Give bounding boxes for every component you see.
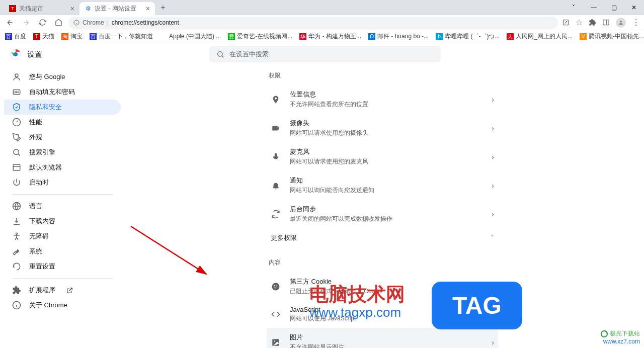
search-icon (12, 148, 21, 157)
settings-row[interactable]: 后台同步最近关闭的网站可以完成数据收发操作› (267, 200, 498, 228)
bookmark-item[interactable]: O邮件 - huang bo -... (368, 32, 429, 41)
close-button[interactable]: ✕ (624, 0, 644, 15)
sidebar-item-label: 系统 (29, 247, 42, 256)
share-icon[interactable] (562, 19, 570, 26)
sidebar-item[interactable]: 自动填充和密码 (4, 84, 121, 100)
url-field[interactable]: Chrome | chrome://settings/content (68, 17, 558, 29)
sidebar-item[interactable]: 隐私和安全 (4, 100, 121, 115)
sidebar-item[interactable]: 外观 (4, 130, 121, 145)
sidebar-item[interactable]: 启动时 (4, 175, 121, 190)
star-icon[interactable]: ☆ (576, 18, 583, 27)
chevron-right-icon: › (492, 210, 494, 218)
sidebar-item-label: 无障碍 (29, 232, 49, 241)
home-button[interactable] (52, 17, 64, 29)
close-icon[interactable]: × (146, 5, 150, 13)
search-icon (216, 50, 224, 58)
bookmark-item[interactable]: 百百度一下，你就知道 (90, 32, 153, 41)
image-icon (271, 338, 281, 347)
wrench-icon (12, 247, 21, 256)
sidebar-item[interactable]: 默认浏览器 (4, 160, 121, 175)
section-label-content: 内容 (267, 254, 498, 272)
svg-point-9 (218, 52, 222, 56)
toolbar-right: ☆ ⋮ (562, 18, 640, 28)
sidebar-item-label: 外观 (29, 133, 42, 142)
divider (12, 278, 113, 279)
bookmark-item[interactable]: T天猫 (33, 32, 54, 41)
bookmark-item[interactable]: 华华为 - 构建万物互... (299, 32, 361, 41)
sidebar-item[interactable]: 搜索引擎 (4, 145, 121, 160)
globe-icon (12, 202, 21, 211)
sidebar-item-label: 扩展程序 (29, 286, 55, 295)
menu-icon[interactable]: ⋮ (632, 18, 640, 27)
svg-point-15 (18, 92, 19, 93)
row-subtitle: 网站可以询问能否向您发送通知 (290, 186, 482, 195)
sidebar-item[interactable]: 关于 Chrome (4, 298, 121, 313)
browser-icon (12, 163, 21, 172)
tmall-icon: T (9, 5, 16, 12)
sidebar-item-label: 下载内容 (29, 217, 55, 226)
sidebar-item[interactable]: 语言 (4, 199, 121, 214)
more-permissions[interactable]: 更多权限 ˅ (267, 228, 498, 247)
sidebar-item[interactable]: 您与 Google (4, 69, 121, 84)
bookmark-item[interactable]: 淘淘宝 (61, 32, 83, 41)
download-icon (12, 217, 21, 226)
svg-point-26 (272, 283, 280, 290)
external-link-icon (66, 287, 73, 294)
settings-row[interactable]: 通知网站可以询问能否向您发送通知› (267, 171, 498, 200)
bookmark-item[interactable]: 爱爱奇艺-在线视频网... (228, 32, 292, 41)
bookmark-item[interactable]: V腾讯视频-中国领先... (580, 32, 644, 41)
chevron-down-icon[interactable]: ˅ (564, 0, 584, 15)
settings-header: 设置 在设置中搜索 (0, 43, 644, 65)
speed-icon (12, 118, 21, 127)
person-icon (12, 72, 21, 81)
row-subtitle: 网站可以请求使用您的麦克风 (290, 157, 482, 166)
brush-icon (12, 133, 21, 142)
row-title: 位置信息 (290, 90, 482, 99)
svg-line-10 (222, 56, 223, 57)
watermark-tagxp: 电脑技术网 www.tagxp.com (309, 284, 405, 319)
row-title: 摄像头 (290, 119, 482, 128)
sidepanel-icon[interactable] (602, 19, 610, 26)
maximize-button[interactable]: ▢ (604, 0, 624, 15)
bookmark-item[interactable]: 百百度 (5, 32, 26, 41)
sidebar-item[interactable]: 系统 (4, 244, 121, 259)
svg-point-6 (620, 21, 622, 23)
close-icon[interactable]: × (70, 5, 74, 13)
watermark-xz7: 极光下载站 www.xz7.com (600, 329, 640, 345)
sidebar-item[interactable]: 性能 (4, 115, 121, 130)
sidebar-item-label: 关于 Chrome (29, 301, 67, 310)
settings-row[interactable]: 麦克风网站可以请求使用您的麦克风› (267, 142, 498, 171)
svg-point-11 (15, 74, 18, 77)
accessibility-icon (12, 232, 21, 241)
svg-point-29 (274, 287, 275, 288)
profile-icon[interactable] (616, 18, 626, 28)
reload-button[interactable] (36, 17, 48, 29)
sidebar-item[interactable]: 下载内容 (4, 214, 121, 229)
settings-row[interactable]: 位置信息不允许网站查看您所在的位置› (267, 85, 498, 114)
reset-icon (12, 262, 21, 271)
settings-search[interactable]: 在设置中搜索 (209, 46, 441, 62)
settings-row[interactable]: 摄像头网站可以请求使用您的摄像头› (267, 114, 498, 142)
bookmark-item[interactable]: b哔哩哔哩 (゜-゜)つ... (436, 32, 500, 41)
new-tab-button[interactable]: + (157, 2, 169, 14)
sidebar-item[interactable]: 扩展程序 (4, 283, 121, 298)
extensions-icon[interactable] (589, 19, 596, 26)
sync-icon (271, 210, 281, 219)
tab-label: 设置 - 网站设置 (95, 5, 136, 13)
search-placeholder: 在设置中搜索 (229, 50, 269, 59)
back-button[interactable] (4, 17, 16, 29)
forward-button[interactable] (20, 17, 32, 29)
minimize-button[interactable]: — (584, 0, 604, 15)
browser-tab-active[interactable]: ⚙ 设置 - 网站设置 × (79, 2, 155, 15)
bookmark-item[interactable]: 人人民网_网上的人民... (507, 32, 573, 41)
row-title: 后台同步 (290, 205, 482, 214)
cookie-icon (271, 282, 281, 291)
bookmark-item[interactable]: Apple (中国大陆) ... (160, 32, 221, 41)
chevron-down-icon: ˅ (491, 234, 494, 242)
code-icon (271, 310, 281, 319)
settings-row[interactable]: 图片不允许网站显示图片› (267, 328, 498, 348)
sidebar-item[interactable]: 重置设置 (4, 259, 121, 274)
browser-tab[interactable]: T 天猫超市 × (4, 2, 79, 15)
sidebar-item-label: 语言 (29, 202, 42, 211)
sidebar-item[interactable]: 无障碍 (4, 229, 121, 244)
